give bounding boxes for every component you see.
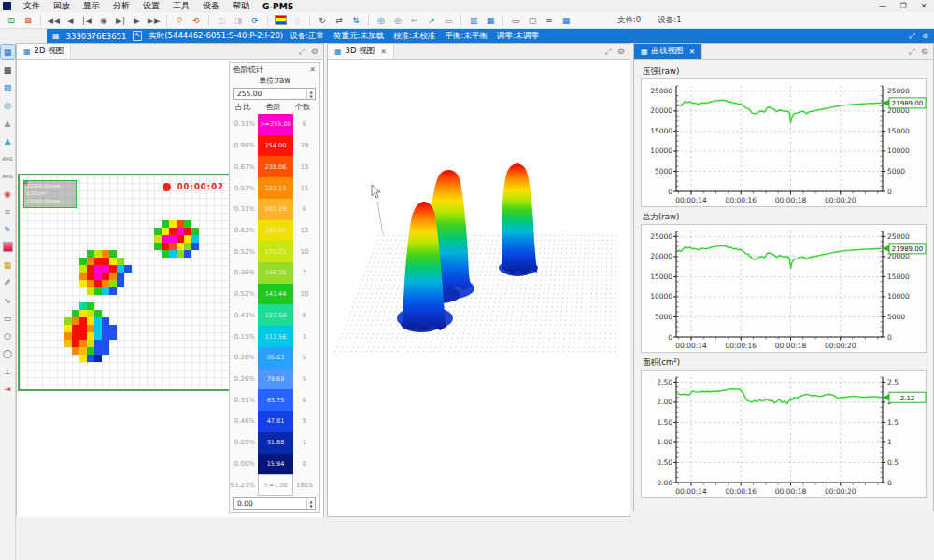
rail-circle-icon[interactable]: ○	[1, 329, 15, 343]
expand-icon[interactable]: ⤢	[909, 32, 914, 41]
menu-item-7[interactable]: 帮助	[226, 0, 256, 12]
measurement-overlay[interactable]: 21989.00raw 2.12cm² 21989.00raw	[23, 180, 77, 208]
gear-icon[interactable]: ⚙	[617, 47, 625, 57]
tab-2d-view[interactable]: ▦ 2D 视图	[17, 44, 71, 59]
chart-force[interactable]: 0050005000100001000015000150002000020000…	[641, 224, 927, 353]
layout-grid-icon[interactable]: ▦	[559, 14, 573, 27]
rail-ellipse-icon[interactable]: ◯	[1, 346, 15, 360]
tab-curve-view[interactable]: ▦ 曲线视图 ✕	[634, 44, 702, 59]
monitor-icon[interactable]: ▢	[525, 14, 540, 27]
frame-select-icon[interactable]: ▭	[508, 14, 523, 27]
expand-icon[interactable]: ⤢	[909, 47, 915, 57]
split-view-icon[interactable]: ▥	[466, 14, 481, 27]
loop-icon[interactable]: ⟲	[189, 14, 204, 27]
menu-item-1[interactable]: 回放	[47, 0, 77, 12]
svg-text:1.50: 1.50	[657, 418, 672, 427]
rail-gradient-icon[interactable]	[1, 240, 15, 254]
add-window-icon[interactable]: ⊞	[4, 14, 19, 27]
list-icon[interactable]: ≡	[542, 14, 557, 27]
fast-backward-icon[interactable]: ◀◀	[46, 14, 61, 27]
tab-3d-view[interactable]: ▦ 3D 视图 ✕	[328, 44, 394, 59]
go-to-start-icon[interactable]: |◀	[79, 14, 94, 27]
expand-icon[interactable]: ⤢	[605, 47, 612, 57]
rail-3d-surface-icon[interactable]: ▨	[1, 80, 15, 94]
chart-area[interactable]: 0.0000.500.51.0011.501.52.0022.502.500:0…	[641, 370, 927, 498]
grid-view-icon[interactable]: ▦	[483, 14, 498, 27]
maximize-button[interactable]: ❐	[893, 2, 913, 10]
rail-avg-2-icon[interactable]: AVG	[1, 169, 15, 183]
cut-icon[interactable]: ✂	[407, 14, 422, 27]
rail-polyline-icon[interactable]: ∿	[1, 293, 15, 307]
chart-pressure[interactable]: 0050005000100001000015000150002000020000…	[641, 78, 927, 207]
close-icon[interactable]: ✕	[309, 65, 316, 74]
stop-icon[interactable]: ◉	[96, 14, 111, 27]
row-percent: 0.98%	[230, 142, 256, 149]
overlay-handle-icon[interactable]	[23, 180, 28, 185]
close-button[interactable]: ✕	[913, 2, 934, 10]
step-backward-icon[interactable]: ◀	[63, 14, 78, 27]
target-active-icon[interactable]: ◎	[374, 14, 389, 27]
close-icon[interactable]: ✕	[689, 48, 696, 56]
pressure-map-2d[interactable]: 21989.00raw 2.12cm² 21989.00raw 00:00:02	[18, 174, 235, 391]
minimize-button[interactable]: —	[872, 2, 893, 10]
target-icon[interactable]: ◎	[390, 14, 405, 27]
rail-grid-icon[interactable]: ▩	[1, 63, 15, 77]
export-icon[interactable]: ↗	[424, 14, 439, 27]
menu-item-0[interactable]: 文件	[17, 0, 47, 12]
swap-horizontal-icon[interactable]: ⇄	[332, 14, 347, 27]
menu-item-5[interactable]: 工具	[166, 0, 196, 12]
close-icon[interactable]: ✕	[380, 48, 387, 56]
rotate-icon[interactable]: ↻	[315, 14, 330, 27]
spinner-icon[interactable]: ▲▼	[306, 90, 315, 99]
svg-text:25000: 25000	[650, 87, 672, 95]
rail-rect-icon[interactable]: ▭	[1, 311, 15, 325]
expand-icon[interactable]: ⤢	[299, 47, 305, 57]
pressure-cell	[79, 355, 87, 362]
menu-item-6[interactable]: 设备	[196, 0, 226, 12]
camera-icon[interactable]: ◫	[214, 14, 229, 27]
menu-gpms[interactable]: G-PMS	[256, 2, 300, 11]
menu-item-4[interactable]: 设置	[136, 0, 166, 12]
rail-record-icon[interactable]: ◉	[1, 187, 15, 201]
rail-avg-icon[interactable]: AVG	[1, 151, 15, 165]
camera-loop-icon[interactable]: ⟳	[248, 14, 262, 27]
rail-pencil-icon[interactable]: ✐	[1, 275, 15, 289]
max-value-input[interactable]: 255.00 ▲▼	[234, 88, 316, 100]
gear-icon[interactable]: ⚙	[921, 47, 928, 57]
pin-icon[interactable]: ⚲	[172, 14, 187, 27]
frame-icon[interactable]: ▭	[441, 14, 456, 27]
rail-axis-icon[interactable]: ⊥	[1, 364, 15, 378]
menu-item-2[interactable]: 显示	[77, 0, 106, 12]
color-scale-row: 0.31%63.756	[230, 389, 319, 411]
clipboard-icon[interactable]: ▯	[290, 14, 304, 27]
svg-text:00:00:16: 00:00:16	[725, 196, 757, 204]
remove-window-icon[interactable]: ⊠	[21, 14, 35, 27]
spinner-icon[interactable]: ▲▼	[306, 499, 315, 509]
info-icon[interactable]: ⊚	[922, 32, 928, 41]
rail-peak-icon[interactable]: ▲	[1, 116, 15, 130]
min-value-input[interactable]: 0.00 ▲▼	[234, 497, 316, 510]
colormap-icon[interactable]	[273, 14, 288, 27]
rail-stamp-icon[interactable]: ≊	[1, 204, 15, 218]
rail-pen-icon[interactable]: ✎	[1, 222, 15, 236]
camera-gauge-icon[interactable]: ◨	[231, 14, 246, 27]
rail-peak-active-icon[interactable]: ▲	[1, 133, 15, 147]
menu-item-3[interactable]: 分析	[106, 0, 136, 12]
svg-text:00:00:16: 00:00:16	[725, 342, 757, 350]
go-to-end-icon[interactable]: ▶|	[113, 14, 128, 27]
pressure-cell	[79, 265, 87, 273]
row-percent: 0.15%	[230, 333, 256, 341]
rail-2d-view-icon[interactable]: ▦	[1, 45, 15, 59]
rail-target-icon[interactable]: ◎	[1, 98, 15, 112]
swap-vertical-icon[interactable]: ⇅	[348, 14, 363, 27]
fast-forward-icon[interactable]: ▶▶	[147, 14, 162, 27]
edit-icon[interactable]: ✎	[133, 31, 142, 41]
pressure-cell	[94, 273, 102, 280]
rail-palette-icon[interactable]: ▦	[1, 258, 15, 272]
row-color-chip: 191.25	[258, 220, 293, 242]
surface-3d-view[interactable]	[328, 60, 630, 516]
rail-exit-icon[interactable]: ⇥	[1, 382, 15, 396]
gear-icon[interactable]: ⚙	[311, 47, 318, 57]
pressure-cell	[177, 235, 184, 243]
play-icon[interactable]: ▶	[130, 14, 145, 27]
